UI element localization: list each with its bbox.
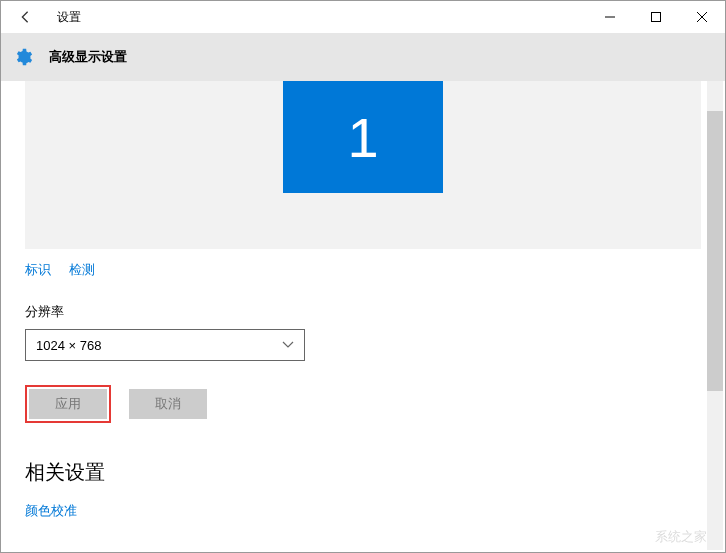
- minimize-button[interactable]: [587, 1, 633, 33]
- arrow-left-icon: [18, 10, 32, 24]
- scrollbar-thumb[interactable]: [707, 111, 723, 391]
- page-title: 高级显示设置: [49, 48, 127, 66]
- resolution-value: 1024 × 768: [36, 338, 101, 353]
- titlebar: 设置: [1, 1, 725, 33]
- monitor-actions: 标识 检测: [1, 249, 725, 279]
- detect-link[interactable]: 检测: [69, 261, 95, 279]
- apply-highlight: 应用: [25, 385, 111, 423]
- related-settings-heading: 相关设置: [1, 423, 725, 486]
- monitor-preview-area: 1: [25, 81, 701, 249]
- identify-link[interactable]: 标识: [25, 261, 51, 279]
- window-title: 设置: [57, 9, 81, 26]
- content-area: 1 标识 检测 分辨率 1024 × 768 应用 取消 相关设置 颜色校准: [1, 81, 725, 552]
- gear-icon: [13, 47, 33, 67]
- monitor-1[interactable]: 1: [283, 81, 443, 193]
- resolution-label: 分辨率: [1, 279, 725, 329]
- window-controls: [587, 1, 725, 33]
- maximize-icon: [651, 12, 661, 22]
- back-button[interactable]: [13, 5, 37, 29]
- close-button[interactable]: [679, 1, 725, 33]
- vertical-scrollbar[interactable]: [707, 81, 723, 550]
- monitor-number: 1: [347, 105, 378, 170]
- maximize-button[interactable]: [633, 1, 679, 33]
- resolution-dropdown[interactable]: 1024 × 768: [25, 329, 305, 361]
- action-buttons: 应用 取消: [1, 361, 725, 423]
- minimize-icon: [605, 12, 615, 22]
- color-calibration-link[interactable]: 颜色校准: [1, 486, 725, 520]
- chevron-down-icon: [282, 338, 294, 352]
- svg-rect-1: [652, 13, 661, 22]
- cancel-button[interactable]: 取消: [129, 389, 207, 419]
- header-bar: 高级显示设置: [1, 33, 725, 81]
- apply-button[interactable]: 应用: [29, 389, 107, 419]
- close-icon: [697, 12, 707, 22]
